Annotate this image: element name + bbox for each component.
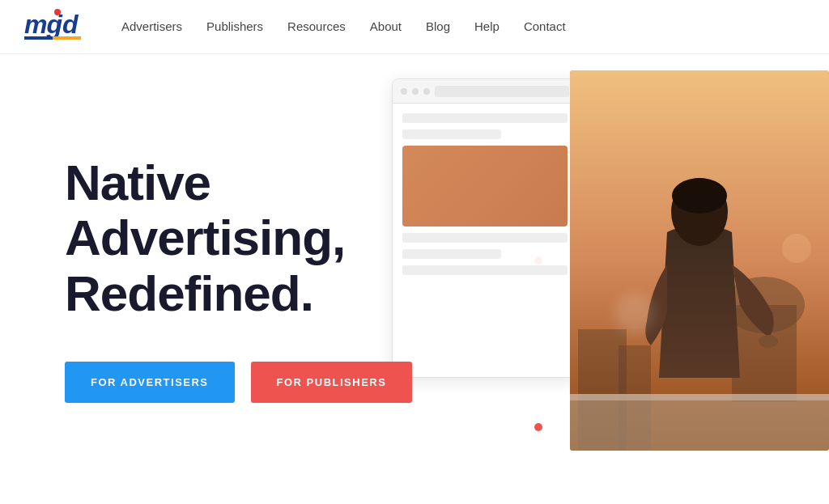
nav-item-contact[interactable]: Contact bbox=[524, 19, 566, 34]
svg-point-13 bbox=[759, 335, 778, 348]
hero-buttons: FOR ADVERTISERS FOR PUBLISHERS bbox=[65, 362, 412, 403]
svg-rect-15 bbox=[570, 400, 829, 451]
nav-item-help[interactable]: Help bbox=[474, 19, 500, 34]
hero-title: Native Advertising, Redefined. bbox=[65, 155, 412, 321]
hero-photo bbox=[570, 70, 829, 451]
device-dot-1 bbox=[401, 88, 407, 95]
for-advertisers-button[interactable]: FOR ADVERTISERS bbox=[65, 362, 235, 403]
svg-rect-14 bbox=[570, 394, 829, 400]
svg-point-12 bbox=[672, 178, 727, 214]
svg-text:d: d bbox=[62, 10, 79, 39]
nav-menu: Advertisers Publishers Resources About B… bbox=[121, 19, 566, 34]
svg-point-16 bbox=[614, 293, 655, 333]
nav-item-blog[interactable]: Blog bbox=[426, 19, 450, 34]
logo-text: mg i d bbox=[24, 6, 81, 48]
nav-item-publishers[interactable]: Publishers bbox=[206, 19, 263, 34]
hero-section: Native Advertising, Redefined. FOR ADVER… bbox=[0, 54, 829, 504]
nav-item-about[interactable]: About bbox=[370, 19, 402, 34]
device-dot-3 bbox=[423, 88, 430, 95]
content-block-4 bbox=[402, 249, 501, 259]
svg-rect-5 bbox=[53, 36, 81, 40]
svg-point-2 bbox=[54, 9, 61, 15]
content-block-2 bbox=[402, 129, 501, 139]
hero-content: Native Advertising, Redefined. FOR ADVER… bbox=[0, 155, 412, 403]
svg-point-17 bbox=[782, 234, 811, 263]
hero-image-svg bbox=[570, 70, 829, 451]
nav-item-resources[interactable]: Resources bbox=[287, 19, 346, 34]
nav-item-advertisers[interactable]: Advertisers bbox=[121, 19, 182, 34]
logo[interactable]: mg i d bbox=[24, 6, 81, 48]
hero-visual bbox=[521, 54, 829, 504]
navbar: mg i d Advertisers Publishers Resources bbox=[0, 0, 829, 54]
for-publishers-button[interactable]: FOR PUBLISHERS bbox=[251, 362, 413, 403]
svg-rect-4 bbox=[24, 36, 53, 40]
device-dot-2 bbox=[412, 88, 419, 95]
